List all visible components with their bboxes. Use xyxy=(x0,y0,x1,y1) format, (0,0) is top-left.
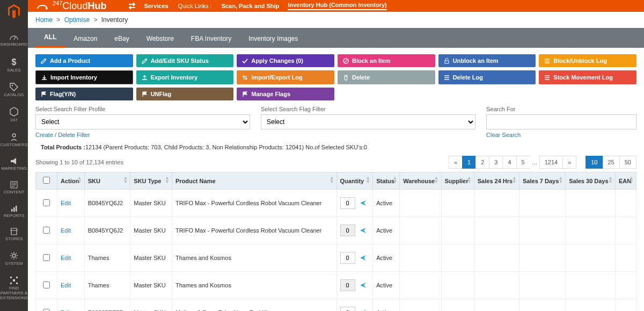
sidebar-item-content[interactable]: CONTENT xyxy=(0,178,29,198)
svg-rect-10 xyxy=(16,206,17,212)
tab-all[interactable]: ALL xyxy=(35,28,65,48)
svg-rect-14 xyxy=(16,277,18,278)
send-arrow-icon[interactable] xyxy=(360,309,367,311)
send-arrow-icon[interactable] xyxy=(360,254,367,262)
stores-icon xyxy=(10,228,18,235)
unflag-button[interactable]: UNFlag xyxy=(136,88,234,100)
col-status[interactable]: Status▲▼ xyxy=(373,172,400,190)
page-4[interactable]: 4 xyxy=(502,156,516,169)
add-edit-sku-status-button[interactable]: Add/Edit SKU Status xyxy=(136,54,234,67)
pagesize-50[interactable]: 50 xyxy=(619,156,636,169)
filter-flag-select[interactable]: Select xyxy=(261,114,475,129)
sidebar-item-reports[interactable]: REPORTS xyxy=(0,201,29,222)
row-checkbox[interactable] xyxy=(43,254,50,261)
col-warehouse[interactable]: Warehouse▲▼ xyxy=(400,172,441,190)
pagesize-10[interactable]: 10 xyxy=(586,156,603,169)
export-inventory-button[interactable]: Export Inventory xyxy=(136,70,234,84)
page-1[interactable]: 1 xyxy=(462,156,476,169)
quick-link-0[interactable]: Scan, Pack and Ship xyxy=(222,3,280,9)
filter-profile-select[interactable]: Select xyxy=(35,114,250,129)
edit-link[interactable]: Edit xyxy=(61,200,71,206)
quick-link-1[interactable]: Inventory Hub (Common Inventory) xyxy=(288,2,387,10)
add-a-product-button[interactable]: Add a Product xyxy=(35,54,133,67)
sidebar-item-system[interactable]: SYSTEM xyxy=(0,248,29,270)
tab-fba-inventory[interactable]: FBA Inventory xyxy=(182,30,240,48)
col-checkbox[interactable] xyxy=(36,172,57,190)
row-checkbox[interactable] xyxy=(43,227,50,234)
apply-changes-0--button[interactable]: Apply Changes (0) xyxy=(237,54,334,67)
cell-sku: B00005RF5D xyxy=(84,299,130,312)
partners-icon xyxy=(10,276,18,285)
select-all-checkbox[interactable] xyxy=(43,177,50,184)
col-sku-type[interactable]: SKU Type▲▼ xyxy=(130,172,172,190)
col-sales-30-days[interactable]: Sales 30 Days▲▼ xyxy=(566,172,616,190)
stock-movement-log-button[interactable]: Stock Movement Log xyxy=(539,70,636,84)
col-quantity[interactable]: Quantity▲▼ xyxy=(336,172,373,190)
services-switch-icon[interactable] xyxy=(128,2,136,10)
row-checkbox[interactable] xyxy=(43,199,50,206)
page-«[interactable]: « xyxy=(449,156,463,169)
col-ean[interactable]: EAN▲▼ xyxy=(616,172,636,190)
page-1214[interactable]: 1214 xyxy=(539,156,563,169)
svg-rect-19 xyxy=(445,61,449,63)
quantity-input[interactable] xyxy=(340,252,355,264)
cell-sku: B0845YQ6J2 xyxy=(84,217,130,244)
send-arrow-icon[interactable] xyxy=(360,227,367,234)
topbar: 247CloudHub Services Quick Links : Scan,… xyxy=(28,0,644,12)
col-supplier[interactable]: Supplier▲▼ xyxy=(441,172,474,190)
quantity-input xyxy=(340,225,355,236)
tab-inventory-images[interactable]: Inventory Images xyxy=(240,30,306,48)
clear-search-link[interactable]: Clear Search xyxy=(486,132,521,138)
page-2[interactable]: 2 xyxy=(475,156,489,169)
sidebar-item-find-partners-extensions[interactable]: FIND PARTNERS & EXTENSIONS xyxy=(0,273,29,303)
edit-link[interactable]: Edit xyxy=(61,282,71,288)
pagesize-25[interactable]: 25 xyxy=(603,156,620,169)
gear-icon xyxy=(10,251,18,260)
cell-sku: Thames xyxy=(84,244,130,272)
cell-sku-type: Master SKU xyxy=(130,244,172,272)
flag-y-n--button[interactable]: Flag(Y/N) xyxy=(35,88,133,100)
col-product-name[interactable]: Product Name▲▼ xyxy=(172,172,336,190)
delete-button[interactable]: Delete xyxy=(338,70,435,84)
col-action[interactable]: Action▲▼ xyxy=(57,172,85,190)
send-arrow-icon[interactable] xyxy=(360,199,367,207)
import-inventory-button[interactable]: Import Inventory xyxy=(35,70,133,84)
tab-ebay[interactable]: eBay xyxy=(106,30,137,48)
content-icon xyxy=(10,181,18,189)
services-link[interactable]: Services xyxy=(144,3,168,9)
block-an-item-button[interactable]: Block an Item xyxy=(338,54,435,67)
updown-icon xyxy=(242,75,248,81)
edit-link[interactable]: Edit xyxy=(61,255,71,261)
delete-log-button[interactable]: Delete Log xyxy=(438,70,536,84)
crumb-home[interactable]: Home xyxy=(35,16,53,24)
edit-link[interactable]: Edit xyxy=(61,227,71,234)
sidebar-item-catalog[interactable]: CATALOG xyxy=(0,79,29,101)
sidebar-item--[interactable]: 247 xyxy=(0,104,29,126)
search-input[interactable] xyxy=(486,114,636,129)
quantity-input[interactable] xyxy=(340,307,355,311)
block-unblock-log-button[interactable]: Block/Unblock Log xyxy=(539,54,636,67)
col-sales-7-days[interactable]: Sales 7 Days▲▼ xyxy=(519,172,566,190)
import-export-log-button[interactable]: Import/Export Log xyxy=(237,70,334,84)
sidebar-item-customers[interactable]: CUSTOMERS xyxy=(0,129,29,151)
manage-flags-button[interactable]: Manage Flags xyxy=(237,88,334,100)
send-arrow-icon[interactable] xyxy=(360,281,367,289)
sidebar-item-stores[interactable]: STORES xyxy=(0,225,29,245)
page-5[interactable]: 5 xyxy=(516,156,530,169)
tab-webstore[interactable]: Webstore xyxy=(138,30,182,48)
create-delete-filter-link[interactable]: Create / Delete Filter xyxy=(35,132,90,138)
row-checkbox[interactable] xyxy=(43,281,50,288)
row-checkbox[interactable] xyxy=(43,309,50,312)
col-sku[interactable]: SKU▲▼ xyxy=(84,172,130,190)
sidebar-item-dashboard[interactable]: DASHBOARD xyxy=(0,29,29,50)
sidebar-item-marketing[interactable]: MARKETING xyxy=(0,154,29,175)
page-3[interactable]: 3 xyxy=(489,156,503,169)
page-»[interactable]: » xyxy=(562,156,576,169)
sidebar-item-sales[interactable]: $SALES xyxy=(0,54,29,76)
col-sales-24-hrs[interactable]: Sales 24 Hrs▲▼ xyxy=(474,172,519,190)
unblock-an-item-button[interactable]: Unblock an Item xyxy=(438,54,536,67)
edit-icon xyxy=(142,58,148,64)
crumb-optimise[interactable]: Optimise xyxy=(64,16,90,24)
tab-amazon[interactable]: Amazon xyxy=(65,30,106,48)
quantity-input[interactable] xyxy=(340,197,355,209)
